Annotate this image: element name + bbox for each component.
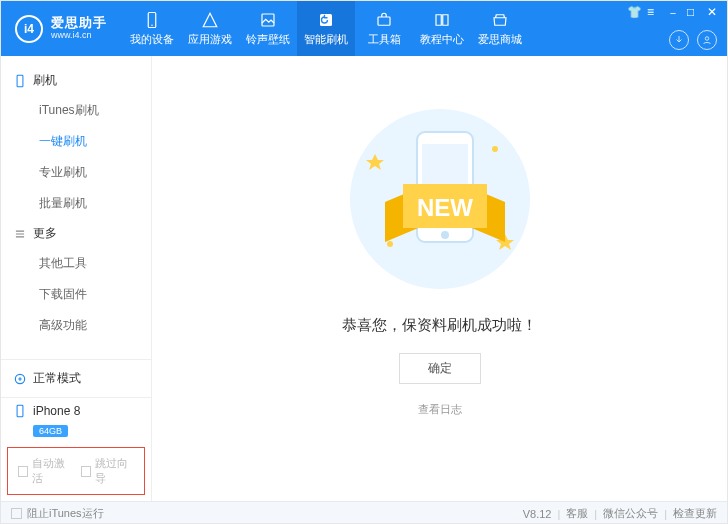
sidebar-mode[interactable]: 正常模式	[1, 360, 151, 398]
svg-point-5	[705, 37, 709, 41]
device-capacity-badge: 64GB	[33, 425, 68, 437]
checkbox-icon	[18, 466, 28, 477]
brand-url: www.i4.cn	[51, 31, 107, 41]
logo[interactable]: i4 爱思助手 www.i4.cn	[1, 15, 117, 43]
sidebar-device[interactable]: iPhone 8	[1, 398, 151, 420]
sidebar-item-itunes-flash[interactable]: iTunes刷机	[1, 95, 151, 126]
block-itunes-checkbox[interactable]: 阻止iTunes运行	[11, 506, 104, 521]
sidebar-item-pro-flash[interactable]: 专业刷机	[1, 157, 151, 188]
check-update-link[interactable]: 检查更新	[673, 506, 717, 521]
confirm-button[interactable]: 确定	[399, 353, 481, 384]
nav-flash[interactable]: 智能刷机	[297, 1, 355, 56]
nav-store[interactable]: 爱思商城	[471, 1, 529, 56]
checkbox-icon	[81, 466, 91, 477]
checkbox-icon	[11, 508, 22, 519]
header: i4 爱思助手 www.i4.cn 我的设备 应用游戏 铃声壁纸 智能刷机 工具…	[1, 1, 727, 56]
sidebar-item-advanced[interactable]: 高级功能	[1, 310, 151, 341]
support-link[interactable]: 客服	[566, 506, 588, 521]
book-icon	[433, 11, 451, 29]
svg-rect-6	[17, 75, 23, 87]
view-log-link[interactable]: 查看日志	[418, 402, 462, 417]
main-panel: NEW 恭喜您，保资料刷机成功啦！ 确定 查看日志	[152, 56, 727, 501]
svg-point-11	[492, 146, 498, 152]
mode-icon	[13, 372, 27, 386]
version-label: V8.12	[523, 508, 552, 520]
download-icon[interactable]	[669, 30, 689, 50]
auto-activate-checkbox[interactable]: 自动激活	[18, 456, 71, 486]
sidebar-item-other-tools[interactable]: 其他工具	[1, 248, 151, 279]
nav-apps[interactable]: 应用游戏	[181, 1, 239, 56]
banner-text: NEW	[417, 194, 473, 221]
success-message: 恭喜您，保资料刷机成功啦！	[342, 316, 537, 335]
nav-toolbox[interactable]: 工具箱	[355, 1, 413, 56]
menu-icon[interactable]: ≡	[647, 5, 661, 19]
svg-point-12	[387, 241, 393, 247]
svg-rect-4	[378, 17, 390, 25]
maximize-icon[interactable]: □	[687, 5, 701, 19]
close-icon[interactable]: ✕	[707, 5, 721, 19]
nav-tutorials[interactable]: 教程中心	[413, 1, 471, 56]
header-actions	[669, 30, 717, 50]
device-icon	[13, 404, 27, 418]
wechat-link[interactable]: 微信公众号	[603, 506, 658, 521]
skip-wizard-checkbox[interactable]: 跳过向导	[81, 456, 134, 486]
sidebar-item-oneclick-flash[interactable]: 一键刷机	[1, 126, 151, 157]
status-bar: 阻止iTunes运行 V8.12 | 客服 | 微信公众号 | 检查更新	[1, 501, 727, 524]
user-icon[interactable]	[697, 30, 717, 50]
top-nav: 我的设备 应用游戏 铃声壁纸 智能刷机 工具箱 教程中心 爱思商城	[123, 1, 529, 56]
sidebar-group-more[interactable]: 更多	[1, 219, 151, 248]
window-controls: 👕 ≡ － □ ✕	[627, 5, 721, 19]
logo-icon: i4	[15, 15, 43, 43]
sidebar-group-flash[interactable]: 刷机	[1, 66, 151, 95]
skin-icon[interactable]: 👕	[627, 5, 641, 19]
list-icon	[13, 227, 27, 241]
apps-icon	[201, 11, 219, 29]
minimize-icon[interactable]: －	[667, 5, 681, 19]
nav-ringtones[interactable]: 铃声壁纸	[239, 1, 297, 56]
phone-icon	[13, 74, 27, 88]
nav-my-device[interactable]: 我的设备	[123, 1, 181, 56]
sidebar-item-download-firmware[interactable]: 下载固件	[1, 279, 151, 310]
refresh-icon	[317, 11, 335, 29]
svg-point-16	[441, 231, 449, 239]
phone-icon	[143, 11, 161, 29]
success-illustration: NEW	[345, 104, 535, 298]
toolbox-icon	[375, 11, 393, 29]
svg-rect-8	[17, 405, 23, 417]
wallpaper-icon	[259, 11, 277, 29]
brand-name: 爱思助手	[51, 16, 107, 30]
svg-point-1	[151, 24, 153, 26]
sidebar-checks-highlight: 自动激活 跳过向导	[7, 447, 145, 495]
svg-rect-2	[262, 14, 274, 26]
sidebar-item-batch-flash[interactable]: 批量刷机	[1, 188, 151, 219]
sidebar: 刷机 iTunes刷机 一键刷机 专业刷机 批量刷机 更多 其他工具 下载固件 …	[1, 56, 152, 501]
store-icon	[491, 11, 509, 29]
